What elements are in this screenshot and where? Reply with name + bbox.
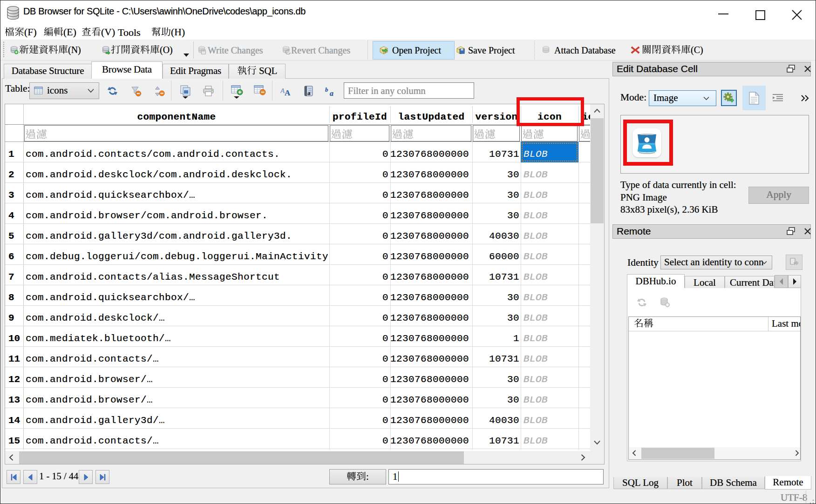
svg-text:a: a (307, 89, 311, 96)
svg-text:b: b (325, 86, 328, 93)
svg-text:A: A (285, 88, 291, 96)
svg-text:a: a (330, 89, 333, 97)
